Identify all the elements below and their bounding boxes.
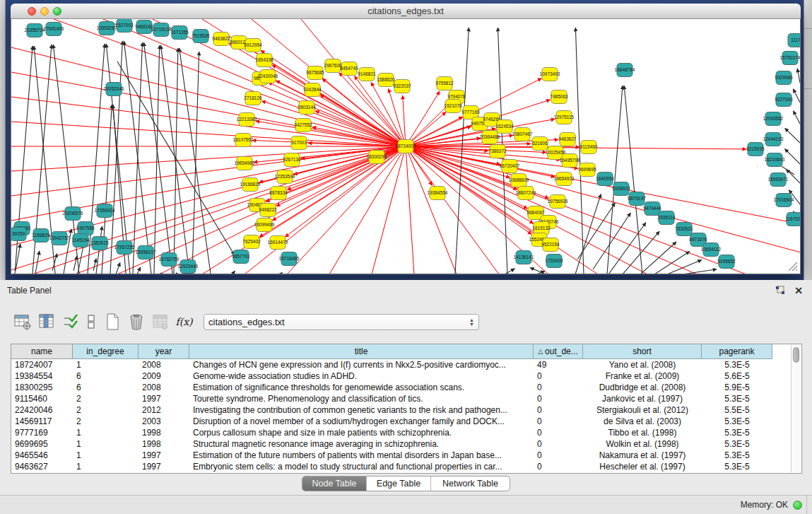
graph-node[interactable]: 5912954 xyxy=(244,39,262,52)
graph-node[interactable]: 27691406 xyxy=(44,23,64,36)
table-row[interactable]: 1938455462009Genome-wide association stu… xyxy=(11,370,801,382)
cell-in_degree[interactable]: 1 xyxy=(73,359,139,370)
graph-node[interactable]: 917003 xyxy=(291,136,307,150)
table-row[interactable]: 1456911722003Disruption of a novel membe… xyxy=(11,416,801,427)
table-row[interactable]: 977716911998Corpus callosum shape and si… xyxy=(11,427,801,438)
cell-in_degree[interactable]: 6 xyxy=(73,382,139,393)
graph-node[interactable]: 20053346 xyxy=(104,83,124,96)
cell-year[interactable]: 2008 xyxy=(139,359,189,370)
cell-name[interactable]: 22420046 xyxy=(11,404,73,416)
graph-node[interactable]: 9322037 xyxy=(393,80,411,93)
cell-name[interactable]: 9777169 xyxy=(11,427,73,438)
cell-title[interactable]: Genome-wide association studies in ADHD. xyxy=(189,370,534,382)
cell-in_degree[interactable]: 1 xyxy=(73,450,139,461)
window-titlebar[interactable]: citations_edges.txt xyxy=(11,4,801,19)
tab-node-table[interactable]: Node Table xyxy=(302,477,367,491)
cell-in_degree[interactable]: 2 xyxy=(73,404,139,416)
select-rows-button[interactable] xyxy=(61,313,80,332)
graph-node[interactable]: 12093582 xyxy=(763,112,784,126)
tab-network-table[interactable]: Network Table xyxy=(431,477,510,491)
graph-node[interactable]: 1640954 xyxy=(596,173,614,186)
graph-node[interactable]: 7632621 xyxy=(675,223,693,236)
graph-node[interactable]: 16495798 xyxy=(560,154,580,168)
cell-pagerank[interactable]: 5.3E-5 xyxy=(702,359,772,370)
graph-node[interactable]: 10807467 xyxy=(512,128,533,141)
cell-year[interactable]: 2012 xyxy=(139,404,189,416)
graph-node[interactable]: 2935114 xyxy=(658,211,676,225)
column-header-in_degree[interactable]: in_degree xyxy=(73,344,139,359)
graph-node[interactable]: 9463822 xyxy=(212,33,230,46)
graph-node[interactable]: 16720407 xyxy=(500,160,520,173)
graph-node[interactable]: 2803144 xyxy=(298,101,316,115)
column-header-pagerank[interactable]: pagerank xyxy=(702,344,772,359)
cell-name[interactable]: 9115460 xyxy=(11,393,73,404)
cell-title[interactable]: Estimation of the future numbers of pati… xyxy=(189,450,534,461)
cell-in_degree[interactable]: 2 xyxy=(73,416,139,427)
graph-node[interactable]: 12213383 xyxy=(237,113,257,127)
cell-short[interactable]: Jankovic et al. (1997) xyxy=(583,393,702,404)
cell-out_degree[interactable]: 0 xyxy=(534,427,583,438)
window-resize-grip[interactable] xyxy=(786,259,799,272)
cell-title[interactable]: Estimation of significance thresholds fo… xyxy=(189,382,534,393)
function-builder-button[interactable]: f(x) xyxy=(175,313,194,332)
graph-node[interactable]: 621606 xyxy=(532,137,548,151)
graph-node[interactable]: 15751074 xyxy=(780,52,801,65)
graph-node[interactable]: 14136141 xyxy=(514,251,534,264)
graph-node[interactable]: 17016504 xyxy=(774,194,794,207)
graph-node[interactable]: 18807249 xyxy=(516,187,536,200)
graph-node[interactable]: 19654923 xyxy=(554,173,575,186)
graph-node[interactable]: 17359924 xyxy=(95,204,115,218)
graph-node[interactable]: 9329966 xyxy=(775,71,793,85)
column-header-year[interactable]: year xyxy=(139,344,189,359)
delete-column-button[interactable] xyxy=(151,313,170,332)
graph-node[interactable]: 19654985 xyxy=(235,157,255,170)
graph-node[interactable]: 20364486 xyxy=(480,131,500,144)
table-row[interactable]: 2242004622012Investigating the contribut… xyxy=(11,404,801,416)
graph-node[interactable]: 3427552 xyxy=(294,119,312,132)
graph-node[interactable]: 7386372 xyxy=(488,145,507,158)
cell-in_degree[interactable]: 6 xyxy=(73,370,139,382)
graph-node[interactable]: 5938923 xyxy=(612,182,630,196)
graph-node[interactable]: 12975115 xyxy=(554,111,575,124)
cell-pagerank[interactable]: 5.3E-5 xyxy=(702,461,772,472)
graph-node[interactable]: 18107552 xyxy=(233,134,254,147)
cell-year[interactable]: 2003 xyxy=(139,416,189,427)
graph-node[interactable]: 2718126 xyxy=(244,92,262,105)
network-canvas[interactable]: 2035573427691406105532871527003946616010… xyxy=(11,19,801,274)
cell-name[interactable]: 18300295 xyxy=(11,382,73,393)
toggle-row-height-button[interactable] xyxy=(85,313,98,332)
cell-year[interactable]: 1998 xyxy=(139,427,189,438)
graph-node[interactable]: 8215935 xyxy=(746,143,765,156)
graph-node[interactable]: 15993971 xyxy=(768,173,789,187)
cell-year[interactable]: 1998 xyxy=(139,438,189,450)
cell-year[interactable]: 1997 xyxy=(139,461,189,472)
graph-node[interactable]: 39159 xyxy=(11,228,26,241)
graph-node[interactable]: 7625402 xyxy=(242,235,261,249)
cell-pagerank[interactable]: 5.9E-5 xyxy=(702,382,772,393)
cell-name[interactable]: 9465546 xyxy=(11,450,73,461)
column-header-short[interactable]: short xyxy=(583,344,702,359)
cell-pagerank[interactable]: 5.6E-5 xyxy=(702,370,772,382)
graph-node[interactable]: 9146821 xyxy=(358,68,376,81)
graph-node[interactable]: 1921078 xyxy=(444,100,462,113)
cell-name[interactable]: 18724007 xyxy=(11,359,73,370)
cell-out_degree[interactable]: 0 xyxy=(534,450,583,461)
column-header-title[interactable]: title xyxy=(189,344,534,359)
cell-in_degree[interactable]: 1 xyxy=(73,427,139,438)
cell-pagerank[interactable]: 5.3E-5 xyxy=(702,450,772,461)
graph-node[interactable]: 2967608 xyxy=(324,59,342,73)
graph-node[interactable]: 10654112 xyxy=(701,243,722,257)
graph-node[interactable]: 19756928 xyxy=(548,195,568,209)
cell-in_degree[interactable]: 2 xyxy=(73,393,139,404)
vertical-scrollbar[interactable] xyxy=(791,345,801,472)
graph-node[interactable]: 9227343 xyxy=(775,93,793,107)
table-row[interactable]: 969969511998Structural magnetic resonanc… xyxy=(11,438,801,450)
cell-year[interactable]: 1997 xyxy=(139,393,189,404)
graph-node[interactable]: 1527003 xyxy=(115,19,134,33)
cell-name[interactable]: 19384554 xyxy=(11,370,73,382)
cell-year[interactable]: 1997 xyxy=(139,450,189,461)
cell-in_degree[interactable]: 1 xyxy=(73,461,139,472)
new-table-button[interactable] xyxy=(102,313,122,332)
graph-node[interactable]: 7515526 xyxy=(192,30,210,43)
graph-node[interactable]: 9755812 xyxy=(435,77,454,90)
